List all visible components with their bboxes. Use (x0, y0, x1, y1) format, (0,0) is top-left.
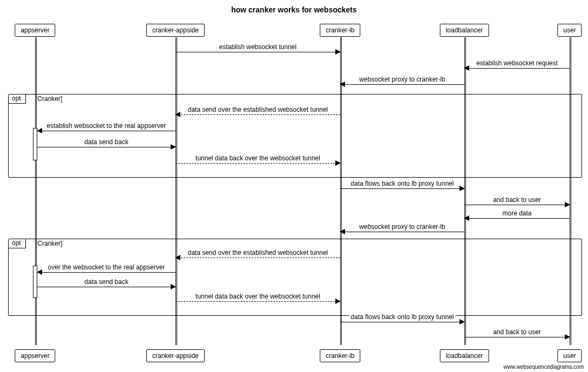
actor-user-top: user (557, 24, 582, 37)
arrow-label: and back to user (491, 196, 543, 204)
sequence-diagram: appserver cranker-appside cranker-lb loa… (5, 18, 583, 364)
arrow-label: websocket proxy to cranker-lb (357, 223, 447, 231)
arrow-label: data send back (83, 138, 130, 146)
diagram-title: how cranker works for websockets (5, 5, 583, 14)
actor-cranker-appside-top: cranker-appside (146, 24, 205, 37)
arrow-label: establish websocket to the real appserve… (45, 122, 168, 130)
actor-cranker-appside-bottom: cranker-appside (146, 349, 205, 362)
credit-text: www.websequencediagrams.com (504, 364, 584, 370)
actor-loadbalancer-bottom: loadbalancer (440, 349, 489, 362)
arrow-back-to-user: and back to user (464, 205, 570, 205)
actor-cranker-lb-bottom: cranker-lb (320, 349, 360, 362)
arrow-establish-real-appserver: establish websocket to the real appserve… (37, 131, 175, 131)
arrow-more-data: more data (464, 218, 570, 219)
arrow-tunnel-back: tunnel data back over the websocket tunn… (175, 163, 340, 164)
arrow-data-over-tunnel: data send over the established websocket… (175, 114, 340, 115)
opt-condition: [Cranker] (36, 240, 62, 247)
arrow-back-to-user-2: and back to user (464, 337, 570, 337)
arrow-label: establish websocket tunnel (218, 43, 298, 51)
arrow-establish-request: establish websocket request (464, 68, 570, 69)
arrow-data-over-tunnel-2: data send over the established websocket… (175, 258, 340, 258)
arrow-proxy-to-lb-2: websocket proxy to cranker-lb (340, 232, 464, 232)
arrow-label: data flows back onto lb proxy tunnel (349, 313, 456, 321)
actor-appserver-top: appserver (15, 24, 55, 37)
actor-loadbalancer-top: loadbalancer (440, 24, 489, 37)
arrow-label: tunnel data back over the websocket tunn… (194, 154, 322, 162)
arrow-flows-back-lb: data flows back onto lb proxy tunnel (340, 188, 464, 189)
arrow-label: data flows back onto lb proxy tunnel (349, 180, 456, 187)
arrow-data-send-back-2: data send back (37, 287, 175, 287)
opt-label: opt (9, 94, 26, 104)
arrow-label: and back to user (491, 328, 543, 336)
arrow-label: websocket proxy to cranker-lb (357, 76, 447, 83)
arrow-label: data send over the established websocket… (186, 249, 330, 256)
arrow-proxy-to-lb: websocket proxy to cranker-lb (340, 84, 464, 85)
arrow-label: data send over the established websocket… (186, 106, 330, 113)
opt-label: opt (9, 239, 26, 248)
arrow-label: establish websocket request (475, 59, 559, 67)
arrow-over-ws-real-appserver: over the websocket to the real appserver (37, 272, 175, 273)
arrow-label: data send back (83, 278, 130, 286)
opt-condition: [Cranker] (36, 95, 62, 103)
arrow-data-send-back: data send back (37, 147, 175, 147)
arrow-flows-back-lb-2: data flows back onto lb proxy tunnel (340, 322, 464, 322)
actor-appserver-bottom: appserver (15, 349, 55, 362)
actor-user-bottom: user (557, 349, 582, 362)
arrow-establish-tunnel: establish websocket tunnel (175, 52, 340, 52)
arrow-label: over the websocket to the real appserver (46, 263, 167, 271)
arrow-label: tunnel data back over the websocket tunn… (194, 293, 322, 300)
arrow-label: more data (501, 209, 533, 217)
actor-cranker-lb-top: cranker-lb (320, 24, 360, 37)
arrow-tunnel-back-2: tunnel data back over the websocket tunn… (175, 301, 340, 302)
